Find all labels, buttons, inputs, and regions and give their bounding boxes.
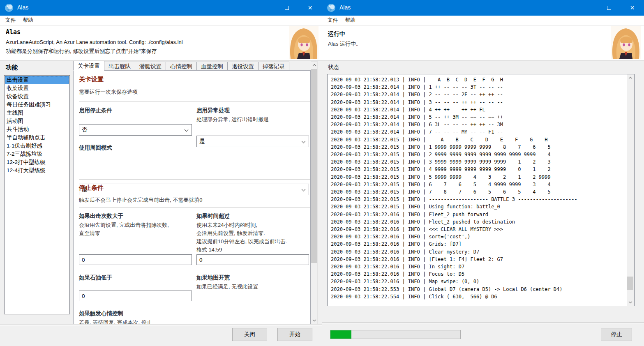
if-time-input[interactable]	[196, 254, 309, 265]
sidebar-item[interactable]: 活动图	[5, 117, 69, 125]
sidebar-item[interactable]: 7-2三战拣垃圾	[5, 150, 69, 158]
menu-help[interactable]: 帮助	[19, 16, 37, 25]
log-line: 2020-09-03 21:58:22.014 | INFO | 7 -- --…	[331, 128, 627, 136]
function-list-heading: 功能	[6, 64, 18, 72]
screen: Alas ✕ 文件 帮助 Alas AzurLaneAutoScript, An…	[0, 0, 644, 346]
log-line: 2020-09-03 21:58:22.015 | INFO | 7 8 7 6…	[331, 188, 627, 196]
menu-file[interactable]: 文件	[324, 16, 342, 25]
log-line: 2020-09-03 21:58:22.014 | INFO | 1 ++ --…	[331, 83, 627, 91]
sidebar-item[interactable]: 12-2打中型练级	[5, 158, 69, 166]
log-line: 2020-09-03 21:58:22.014 | INFO | 6 3L --…	[331, 121, 627, 128]
minimize-icon	[261, 8, 265, 8]
log-scrollbar[interactable]	[627, 74, 634, 306]
sidebar-item[interactable]: 1-1伏击刷好感	[5, 142, 69, 150]
label-if-time: 如果时间超过	[196, 212, 309, 220]
if-count-input[interactable]	[79, 254, 192, 265]
log-box: 2020-09-03 21:58:22.013 | INFO | A B C D…	[327, 74, 635, 306]
avatar	[611, 26, 641, 59]
close-button[interactable]: ✕	[621, 0, 644, 16]
sidebar-item[interactable]: 主线图	[5, 109, 69, 117]
sidebar-item[interactable]: 每日任务困难演习	[5, 101, 69, 109]
header: 运行中 Alas 运行中。	[322, 25, 644, 60]
tab[interactable]: 关卡设置	[73, 61, 104, 71]
window-title: Alas	[17, 4, 28, 11]
scrollbar-thumb[interactable]	[311, 69, 317, 263]
enable-stop-select[interactable]: 否	[79, 124, 192, 136]
tab[interactable]: 出击舰队	[104, 62, 135, 71]
header-divider	[322, 60, 644, 60]
tab[interactable]: 血量控制	[197, 62, 228, 71]
desc-if-emotion: 若是, 等待回复, 完成本次, 停止	[79, 318, 152, 324]
run-status-subtitle: Alas 运行中。	[328, 40, 361, 48]
scroll-up-icon[interactable]	[311, 62, 317, 69]
start-button[interactable]: 开始	[277, 328, 312, 341]
close-icon: ✕	[308, 5, 313, 11]
loop-mode-select[interactable]: 是	[79, 184, 309, 195]
label-if-count: 如果出击次数大于	[79, 212, 192, 220]
titlebar[interactable]: Alas ✕	[322, 0, 644, 16]
log-line: 2020-09-03 21:58:22.014 | INFO | 5 -- ++…	[331, 113, 627, 121]
minimize-button[interactable]	[574, 0, 597, 16]
label-if-map-clear: 如果地图开荒	[196, 274, 309, 281]
close-action-button[interactable]: 关闭	[232, 328, 267, 341]
maximize-button[interactable]	[597, 0, 621, 16]
enable-exception-select[interactable]: 是	[196, 136, 309, 147]
sidebar-item[interactable]: 半自动辅助点击	[5, 134, 69, 142]
sidebar-item[interactable]: 设备设置	[5, 92, 69, 101]
log-line: 2020-09-03 21:58:22.016 | INFO | Map swi…	[331, 278, 627, 285]
log-line: 2020-09-03 21:58:22.014 | INFO | 2 -- --…	[331, 91, 627, 98]
status-label: 状态	[328, 64, 339, 71]
tab-panel-stage-settings: 关卡设置 需要运行一次来保存选项 启用停止条件 启用异常处理 处理部分异常, 运…	[73, 70, 311, 324]
chevron-down-icon	[185, 128, 189, 132]
if-oil-input[interactable]	[79, 291, 192, 301]
app-name: Alas	[6, 28, 21, 36]
sidebar-list[interactable]: 出击设置收菜设置设备设置每日任务困难演习主线图活动图共斗活动半自动辅助点击1-1…	[4, 75, 70, 314]
settings-scrollbar[interactable]	[311, 61, 318, 324]
menu-file[interactable]: 文件	[2, 16, 19, 25]
log-line: 2020-09-03 21:58:22.013 | INFO | A B C D…	[331, 76, 627, 83]
sidebar-item[interactable]: 收菜设置	[5, 84, 69, 92]
scroll-down-icon[interactable]	[627, 299, 633, 306]
group-heading-stage: 关卡设置	[79, 76, 104, 83]
menu-bar: 文件 帮助	[322, 16, 644, 25]
tab[interactable]: 掉落记录	[259, 62, 289, 71]
titlebar[interactable]: Alas ✕	[0, 0, 322, 16]
tab[interactable]: 退役设置	[228, 62, 259, 71]
scroll-up-icon[interactable]	[627, 74, 633, 81]
tab[interactable]: 心情控制	[166, 62, 197, 71]
enable-stop-value: 否	[82, 126, 88, 134]
scrollbar-thumb[interactable]	[627, 277, 633, 290]
log-line: 2020-09-03 21:58:22.015 | INFO | Using f…	[331, 203, 627, 210]
maximize-button[interactable]	[275, 0, 298, 16]
window-title: Alas	[339, 4, 351, 11]
sidebar-item[interactable]: 出击设置	[5, 76, 69, 84]
menu-help[interactable]: 帮助	[342, 16, 359, 25]
close-button[interactable]: ✕	[298, 0, 322, 16]
log-line: 2020-09-03 21:58:22.015 | INFO | 2 9999 …	[331, 151, 627, 158]
settings-body: 功能 出击设置收菜设置设备设置每日任务困难演习主线图活动图共斗活动半自动辅助点击…	[0, 61, 322, 346]
maximize-icon	[285, 6, 289, 10]
log-line: 2020-09-03 21:58:22.016 | INFO | In sigh…	[331, 263, 627, 270]
sidebar-item[interactable]: 12-4打大型练级	[5, 166, 69, 175]
label-if-oil: 如果石油低于	[79, 274, 192, 281]
log-line: 2020-09-03 21:58:22.016 | INFO | Clear m…	[331, 248, 627, 256]
window-runner: Alas ✕ 文件 帮助 运行中 Alas 运行中。	[322, 0, 644, 346]
log-line: 2020-09-03 21:58:22.015 | INFO | 4 9999 …	[331, 166, 627, 173]
minimize-button[interactable]	[252, 0, 275, 16]
log-line: 2020-09-03 21:58:22.015 | INFO | 3 9999 …	[331, 158, 627, 166]
scroll-down-icon[interactable]	[311, 317, 317, 324]
desc-enable-exception: 处理部分异常, 运行出错时撤退	[196, 115, 309, 124]
sidebar-item[interactable]: 共斗活动	[5, 125, 69, 134]
divider	[79, 179, 310, 180]
menu-bar: 文件 帮助	[0, 16, 322, 25]
log-line: 2020-09-03 21:58:22.015 | INFO | -------…	[331, 196, 627, 203]
tab-bar: 关卡设置出击舰队潜艇设置心情控制血量控制退役设置掉落记录	[73, 61, 289, 71]
stop-button[interactable]: 停止	[601, 328, 632, 341]
log-line: 2020-09-03 21:58:22.014 | INFO | 3 -- --…	[331, 99, 627, 106]
minimize-icon	[583, 8, 588, 8]
run-status-title: 运行中	[328, 30, 345, 38]
log-line: 2020-09-03 21:58:22.015 | INFO | 5 9999 …	[331, 173, 627, 181]
tab[interactable]: 潜艇设置	[135, 62, 166, 71]
log-line: 2020-09-03 21:58:22.554 | INFO | Click (…	[331, 293, 627, 300]
label-loop-mode: 使用周回模式	[79, 144, 112, 152]
